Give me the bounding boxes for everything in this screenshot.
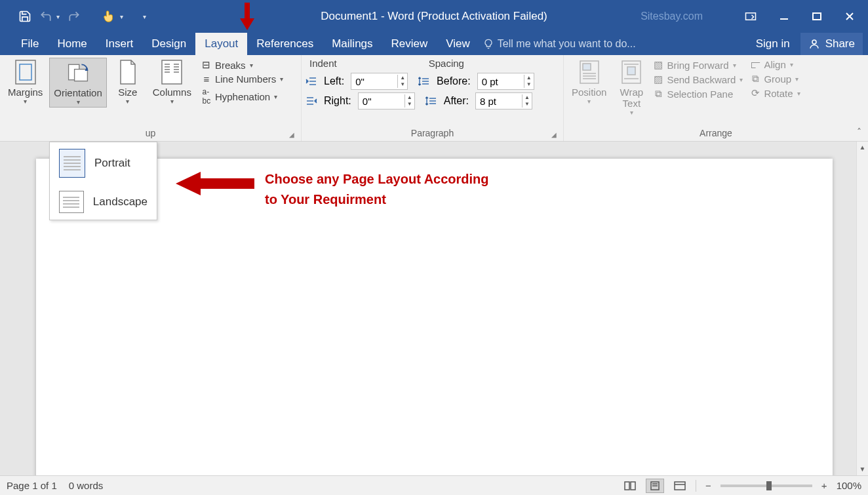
zoom-out-button[interactable]: − <box>703 479 714 492</box>
svg-rect-9 <box>75 69 88 81</box>
breaks-icon: ⊟ <box>201 59 212 71</box>
zoom-slider-thumb[interactable] <box>766 481 772 490</box>
zoom-percentage[interactable]: 100% <box>837 480 861 491</box>
indent-left-icon <box>306 76 317 87</box>
tell-me-search[interactable]: Tell me what you want to do... <box>483 33 636 55</box>
margins-button[interactable]: Margins ▾ <box>4 58 47 106</box>
tab-mailings[interactable]: Mailings <box>323 33 382 55</box>
columns-button[interactable]: Columns ▾ <box>149 58 195 106</box>
margins-label: Margins <box>8 87 43 98</box>
group-arrange: Position ▾ Wrap Text ▾ ▧Bring Forward▾ ▨… <box>564 55 868 141</box>
group-button[interactable]: ⧉Group▾ <box>749 73 800 85</box>
wrap-text-label: Wrap Text <box>620 87 644 109</box>
tab-design[interactable]: Design <box>142 33 195 55</box>
spinner-down-icon[interactable]: ▼ <box>405 101 414 108</box>
rotate-button[interactable]: ⟳Rotate▾ <box>749 87 800 99</box>
scroll-up-icon[interactable]: ▲ <box>857 142 868 153</box>
spinner-up-icon[interactable]: ▲ <box>524 75 534 81</box>
align-icon: ⫍ <box>749 59 761 70</box>
scroll-down-icon[interactable]: ▼ <box>857 464 868 475</box>
annotation-text: Choose any Page Layout According to Your… <box>265 169 489 210</box>
page-setup-group-label: up ◢ <box>4 128 297 140</box>
line-numbers-button[interactable]: ≡ Line Numbers▾ <box>201 73 283 85</box>
page-indicator[interactable]: Page 1 of 1 <box>7 480 57 491</box>
orientation-portrait-item[interactable]: Portrait <box>50 142 157 184</box>
spacing-before-icon <box>418 76 430 87</box>
spinner-down-icon[interactable]: ▼ <box>523 101 532 108</box>
svg-rect-0 <box>746 13 756 20</box>
touch-dropdown-icon[interactable]: ▾ <box>120 13 123 20</box>
status-bar: Page 1 of 1 0 words − + 100% <box>0 475 868 495</box>
spacing-after-input[interactable] <box>476 96 522 107</box>
collapse-ribbon-icon[interactable]: ˄ <box>857 127 861 137</box>
orientation-label: Orientation <box>54 87 102 98</box>
undo-dropdown-icon[interactable]: ▾ <box>56 13 60 20</box>
orientation-button[interactable]: Orientation ▾ <box>49 58 106 108</box>
read-mode-icon[interactable] <box>621 479 639 492</box>
tab-file[interactable]: File <box>12 33 48 55</box>
arrange-group-label: Arrange <box>568 128 864 140</box>
hyphenation-label: Hyphenation <box>215 91 270 102</box>
share-button[interactable]: Share <box>800 33 863 55</box>
svg-rect-37 <box>627 67 635 75</box>
touch-mode-icon[interactable] <box>102 9 116 24</box>
size-button[interactable]: Size ▾ <box>109 58 146 106</box>
signin-button[interactable]: Sign in <box>749 37 797 50</box>
position-button[interactable]: Position ▾ <box>568 58 610 106</box>
indent-right-input[interactable] <box>359 96 404 107</box>
portrait-thumb-icon <box>59 149 85 178</box>
tab-home[interactable]: Home <box>48 33 96 55</box>
spinner-down-icon[interactable]: ▼ <box>524 81 534 88</box>
word-count[interactable]: 0 words <box>69 480 104 491</box>
selection-pane-icon: ⧉ <box>652 88 664 100</box>
orientation-icon <box>66 60 90 86</box>
tab-references[interactable]: References <box>247 33 323 55</box>
share-label: Share <box>825 37 855 50</box>
scroll-track[interactable] <box>857 153 868 464</box>
title-bar: ▾ ▾ ▾ Document1 - Word (Product Activati… <box>0 0 868 33</box>
size-label: Size <box>118 87 137 98</box>
orientation-landscape-item[interactable]: Landscape <box>50 184 157 220</box>
spacing-before-spinner[interactable]: ▲▼ <box>477 73 534 90</box>
zoom-in-button[interactable]: + <box>819 479 830 492</box>
spacing-before-label: Before: <box>437 75 471 87</box>
tab-view[interactable]: View <box>437 33 479 55</box>
spinner-up-icon[interactable]: ▲ <box>405 94 414 101</box>
redo-icon[interactable] <box>68 10 81 23</box>
spinner-down-icon[interactable]: ▼ <box>398 81 407 88</box>
close-icon[interactable] <box>838 9 861 24</box>
zoom-slider[interactable] <box>720 485 812 487</box>
vertical-scrollbar[interactable]: ▲ ▼ <box>856 142 868 475</box>
dialog-launcher-icon[interactable]: ◢ <box>551 131 557 138</box>
selection-pane-button[interactable]: ⧉Selection Pane <box>652 88 743 100</box>
tab-layout[interactable]: Layout <box>195 33 247 55</box>
qat-customize-icon[interactable]: ▾ <box>143 13 146 20</box>
minimize-icon[interactable] <box>772 9 796 24</box>
spacing-after-spinner[interactable]: ▲▼ <box>475 92 532 109</box>
bring-forward-button[interactable]: ▧Bring Forward▾ <box>652 59 743 71</box>
save-icon[interactable] <box>18 10 31 23</box>
wrap-text-button[interactable]: Wrap Text ▾ <box>613 58 650 117</box>
tab-review[interactable]: Review <box>382 33 437 55</box>
landscape-thumb-icon <box>59 191 84 213</box>
tab-insert[interactable]: Insert <box>96 33 143 55</box>
undo-icon[interactable] <box>39 10 52 23</box>
send-backward-button[interactable]: ▨Send Backward▾ <box>652 73 743 85</box>
columns-icon <box>160 59 184 85</box>
indent-right-spinner[interactable]: ▲▼ <box>358 92 415 109</box>
web-layout-icon[interactable] <box>671 479 689 492</box>
spacing-before-input[interactable] <box>478 76 524 87</box>
indent-header: Indent <box>309 58 337 70</box>
ribbon-tabs: File Home Insert Design Layout Reference… <box>0 33 868 55</box>
dialog-launcher-icon[interactable]: ◢ <box>289 131 294 138</box>
breaks-button[interactable]: ⊟ Breaks▾ <box>201 59 283 71</box>
indent-left-input[interactable] <box>351 76 397 87</box>
indent-left-spinner[interactable]: ▲▼ <box>351 73 408 90</box>
maximize-icon[interactable] <box>805 9 829 24</box>
spinner-up-icon[interactable]: ▲ <box>523 94 532 101</box>
align-button[interactable]: ⫍Align▾ <box>749 59 800 70</box>
hyphenation-button[interactable]: a-bc Hyphenation▾ <box>201 87 283 106</box>
spinner-up-icon[interactable]: ▲ <box>398 75 407 81</box>
print-layout-icon[interactable] <box>646 479 664 493</box>
ribbon-display-icon[interactable] <box>738 9 763 24</box>
